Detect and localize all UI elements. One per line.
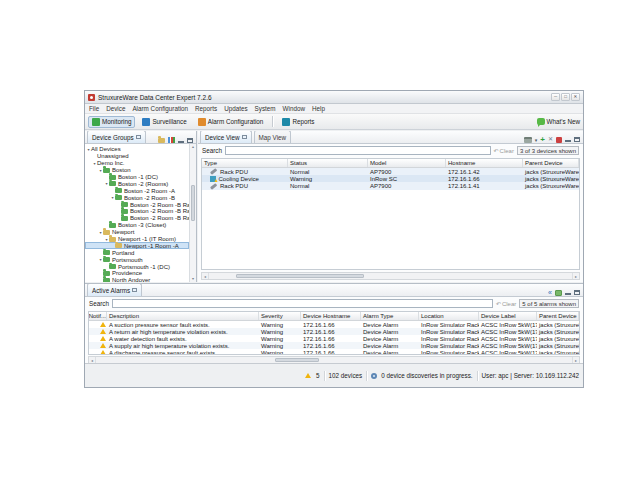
delete-device-icon[interactable]: ✕ bbox=[548, 136, 553, 143]
table-row[interactable]: A supply air high temperature violation … bbox=[89, 342, 579, 349]
scrollbar-thumb[interactable] bbox=[275, 358, 319, 362]
map-icon[interactable] bbox=[555, 290, 562, 296]
menu-updates[interactable]: Updates bbox=[224, 105, 247, 112]
whats-new-button[interactable]: What's New bbox=[537, 118, 580, 125]
maximize-panel-icon[interactable] bbox=[187, 138, 193, 143]
tree-item[interactable]: ▾ Portsmouth bbox=[85, 256, 189, 263]
table-row[interactable]: A suction pressure sensor fault exists. … bbox=[89, 321, 579, 328]
column-alarm-type[interactable]: Alarm Type bbox=[361, 312, 419, 320]
tree-item[interactable]: Boston -2 Room -B Rack -2 bbox=[85, 208, 189, 215]
window-minimize-button[interactable]: ─ bbox=[551, 93, 560, 101]
tab-active-alarms[interactable]: Active Alarms bbox=[87, 283, 142, 296]
tree-scrollbar[interactable]: ▴ ▾ bbox=[189, 144, 196, 282]
tree-item-label: Providence bbox=[112, 270, 142, 276]
table-row[interactable]: Rack PDU Normal AP7900 172.16.1.42 jacks… bbox=[202, 168, 579, 175]
folder-icon bbox=[103, 278, 110, 282]
tree-item[interactable]: Unassigned bbox=[85, 153, 189, 160]
tree-item[interactable]: Providence bbox=[85, 270, 189, 277]
minimize-panel-icon[interactable] bbox=[178, 138, 184, 143]
maximize-panel-icon[interactable] bbox=[574, 137, 580, 142]
window-maximize-button[interactable]: □ bbox=[561, 93, 570, 101]
tree-item[interactable]: ▾ Newport -1 (IT Room) bbox=[85, 236, 189, 243]
menu-help[interactable]: Help bbox=[312, 105, 325, 112]
column-hostname[interactable]: Hostname bbox=[446, 159, 523, 167]
minimize-panel-icon[interactable] bbox=[565, 290, 571, 295]
status-warning-count: 5 bbox=[316, 372, 320, 379]
discovery-icon bbox=[371, 373, 377, 379]
column-notification[interactable]: Notif... bbox=[89, 312, 107, 320]
chevron-down-icon[interactable]: ▾ bbox=[535, 137, 538, 143]
cell-alarm-type: Device Alarm bbox=[361, 335, 419, 342]
tree-item[interactable]: Portland bbox=[85, 249, 189, 256]
column-status[interactable]: Status bbox=[288, 159, 368, 167]
table-row[interactable]: A return air high temperature violation … bbox=[89, 328, 579, 335]
tree-item[interactable]: ▾ All Devices bbox=[85, 146, 189, 153]
tab-map-view[interactable]: Map View bbox=[254, 131, 292, 143]
cell-device-label: ACSC InRow 5kW(172.16... bbox=[479, 321, 537, 328]
column-description[interactable]: Description bbox=[107, 312, 259, 320]
tree-item[interactable]: Portsmouth -1 (DC) bbox=[85, 263, 189, 270]
chart-icon[interactable] bbox=[168, 137, 175, 143]
menu-window[interactable]: Window bbox=[283, 105, 305, 112]
table-row[interactable]: A discharge pressure sensor fault exists… bbox=[89, 349, 579, 355]
tab-device-groups[interactable]: Device Groups bbox=[87, 131, 146, 143]
cell-parent-device: jacks (StruxureWare Data... bbox=[537, 335, 580, 342]
tree-item[interactable]: Newport -1 Room -A bbox=[85, 242, 189, 249]
column-location[interactable]: Location bbox=[419, 312, 479, 320]
table-row[interactable]: A water detection fault exists. Warning … bbox=[89, 335, 579, 342]
tab-device-view[interactable]: Device View bbox=[200, 131, 252, 143]
scroll-right-icon[interactable]: ▸ bbox=[572, 273, 579, 279]
tree-item[interactable]: Boston -2 Room -A bbox=[85, 187, 189, 194]
new-folder-icon[interactable] bbox=[158, 138, 165, 143]
device-search-input[interactable] bbox=[225, 146, 491, 155]
clear-search-button[interactable]: ↶ Clear bbox=[496, 300, 516, 307]
scroll-left-icon[interactable]: ◂ bbox=[202, 273, 209, 279]
column-parent-device[interactable]: Parent Device bbox=[523, 159, 579, 167]
reports-button[interactable]: Reports bbox=[278, 116, 318, 128]
tree-item[interactable]: Boston -2 Room -B Rack -3 bbox=[85, 215, 189, 222]
cell-device-label: ACSC InRow 5kW(172.16... bbox=[479, 349, 537, 355]
clear-search-button[interactable]: ↶ Clear bbox=[494, 147, 514, 154]
tree-item[interactable]: ▾ Demo Inc. bbox=[85, 160, 189, 167]
menu-device[interactable]: Device bbox=[106, 105, 125, 112]
table-row[interactable]: Cooling Device Warning InRow SC 172.16.1… bbox=[202, 175, 579, 182]
scrollbar-thumb[interactable] bbox=[236, 274, 364, 278]
menu-file[interactable]: File bbox=[89, 105, 99, 112]
menu-alarm-configuration[interactable]: Alarm Configuration bbox=[132, 105, 188, 112]
alarm-view-icon[interactable] bbox=[556, 137, 562, 143]
collapse-all-icon[interactable]: « bbox=[548, 289, 552, 296]
menu-reports[interactable]: Reports bbox=[195, 105, 217, 112]
cell-model: AP7900 bbox=[368, 168, 446, 175]
column-device-hostname[interactable]: Device Hostname bbox=[301, 312, 361, 320]
status-separator bbox=[477, 371, 478, 381]
device-table-hscrollbar[interactable]: ◂ ▸ bbox=[201, 272, 580, 280]
scroll-down-icon[interactable]: ▾ bbox=[190, 276, 196, 282]
column-severity[interactable]: Severity bbox=[259, 312, 301, 320]
column-model[interactable]: Model bbox=[368, 159, 446, 167]
column-device-label[interactable]: Device Label bbox=[479, 312, 537, 320]
minimize-panel-icon[interactable] bbox=[565, 137, 571, 142]
tree-item[interactable]: Boston -2 Room -B Rack -1 bbox=[85, 201, 189, 208]
whats-new-label: What's New bbox=[547, 118, 580, 125]
tree-item[interactable]: ▾ Boston bbox=[85, 167, 189, 174]
column-parent-device[interactable]: Parent Device bbox=[537, 312, 579, 320]
tree-item[interactable]: ▾ Boston -2 Room -B bbox=[85, 194, 189, 201]
maximize-panel-icon[interactable] bbox=[574, 290, 580, 295]
tree-item[interactable]: ▾ Boston -2 (Rooms) bbox=[85, 180, 189, 187]
window-close-button[interactable]: ✕ bbox=[571, 93, 580, 101]
scroll-up-icon[interactable]: ▴ bbox=[190, 144, 196, 150]
tree-item[interactable]: Boston -1 (DC) bbox=[85, 174, 189, 181]
column-type[interactable]: Type bbox=[202, 159, 288, 167]
alarm-search-input[interactable] bbox=[112, 299, 493, 308]
tree-item[interactable]: North Andover bbox=[85, 277, 189, 282]
alarm-configuration-button[interactable]: Alarm Configuration bbox=[194, 116, 268, 128]
add-device-icon[interactable]: + bbox=[540, 136, 545, 143]
tree-item[interactable]: Boston -3 (Closet) bbox=[85, 222, 189, 229]
tree-item[interactable]: ▾ Newport bbox=[85, 229, 189, 236]
monitoring-button[interactable]: Monitoring bbox=[88, 116, 135, 128]
scrollbar-thumb[interactable] bbox=[191, 185, 195, 221]
printer-icon[interactable] bbox=[524, 137, 532, 143]
surveillance-button[interactable]: Surveillance bbox=[138, 116, 190, 128]
table-row[interactable]: Rack PDU Normal AP7900 172.16.1.41 jacks… bbox=[202, 182, 579, 189]
menu-system[interactable]: System bbox=[255, 105, 276, 112]
